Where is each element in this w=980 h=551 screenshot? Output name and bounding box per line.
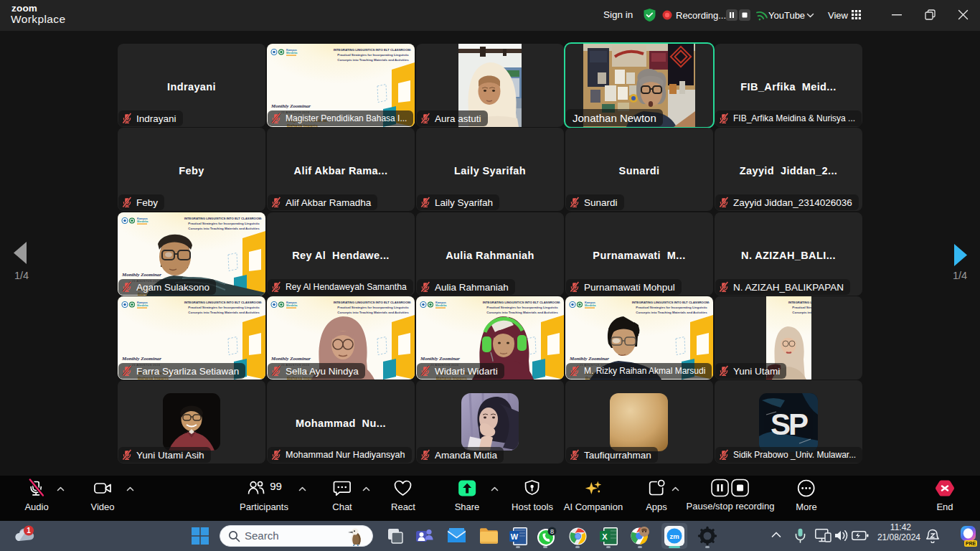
svg-text:W: W: [511, 532, 519, 541]
svg-text:SP: SP: [771, 408, 808, 441]
svg-text:zm: zm: [669, 532, 679, 540]
svg-text:1: 1: [27, 527, 31, 534]
svg-text:8: 8: [550, 528, 554, 535]
svg-text:X: X: [602, 532, 608, 541]
